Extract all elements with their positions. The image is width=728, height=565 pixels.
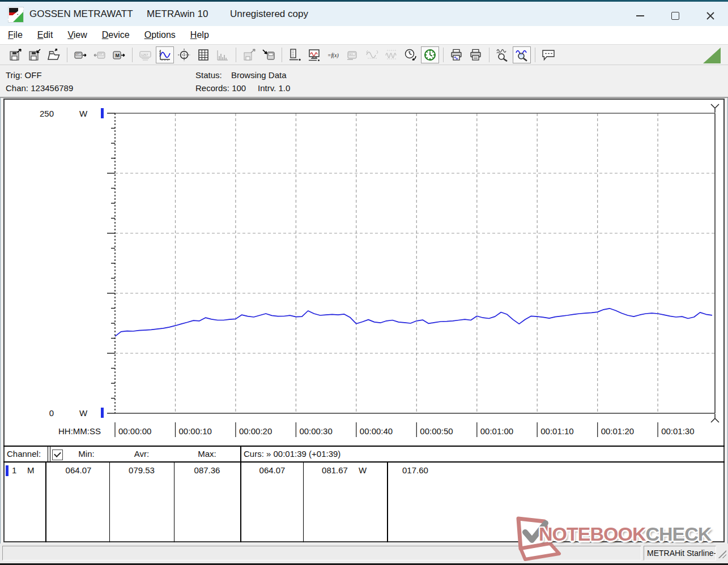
single-curve-button [363,46,381,63]
toolbar-separator [443,48,444,62]
x-tick-label: 00:00:40 [360,426,393,436]
header-divider-line [50,447,50,461]
channel-marker-bottom[interactable] [101,408,104,418]
cursor-delta-value: 017.60 [402,465,428,475]
acquisition-status-panel: Trig: OFF Chan: 123456789 Status: Browsi… [0,65,728,98]
svg-text:321: 321 [350,53,353,55]
cursor-b-unit: W [359,465,367,475]
transfer-button[interactable] [259,46,278,63]
channel-marker-top[interactable] [101,108,104,118]
header-divider-line [48,447,48,461]
menu-bar: FileEditViewDeviceOptionsHelp [0,26,728,44]
y-axis-unit-bottom: W [79,408,87,418]
open-file-button[interactable] [45,46,63,63]
floppy-export-icon [242,48,256,62]
interval-value: Intrv. 1.0 [258,83,290,93]
curve-view-button[interactable] [156,46,174,63]
clock-green-icon [423,48,437,62]
trigger-status: Trig: OFF [6,70,42,80]
app-window: GOSSEN METRAWATT METRAwin 10 Unregistere… [0,0,728,565]
zoom-waves-icon [496,48,509,62]
multi-curve-button [382,46,401,63]
printer-icon [469,48,483,62]
toolbar-separator [282,48,282,62]
table-column-line [303,463,304,542]
xy-view-button[interactable] [175,46,193,63]
read-memory-button[interactable]: M [110,46,128,63]
status-value: Browsing Data [231,70,287,80]
x-axis-format-label: HH:MM:SS [58,426,101,436]
svg-text:M: M [116,53,120,58]
formula-button[interactable]: =f(x) [325,46,343,63]
sine-single-icon [365,48,379,62]
stat-avr-value: 079.53 [109,465,174,475]
channel-list: Chan: 123456789 [6,83,73,93]
zoom-curve-button[interactable] [513,46,531,63]
status-label: Status: [195,70,222,80]
cursor-a-value: 064.07 [241,465,303,475]
save-file-button[interactable] [6,46,24,63]
app-logo-icon [8,7,24,23]
folder-open-icon [47,48,61,62]
toolbar-separator [132,48,133,62]
app-title: GOSSEN METRAWATT [29,8,133,20]
table-header-cursor: Curs: » 00:01:39 (+01:39) [244,449,340,459]
records-count: Records: 100 [195,83,246,93]
meter-display-button: 321 [344,46,362,63]
table-view-button[interactable] [194,46,212,63]
title-bar: GOSSEN METRAWATT METRAwin 10 Unregistere… [0,2,728,26]
maximize-button[interactable] [658,3,693,28]
toolbar-corner-indicator [703,48,721,63]
toolbar-separator [489,48,489,62]
time-mode-button[interactable]: 12 [402,46,420,63]
save-as-button[interactable] [25,46,44,63]
table-header-min: Min: [63,449,109,459]
stat-max-value: 087.36 [174,465,240,475]
sequence-button[interactable] [286,46,304,63]
x-tick-label: 00:01:30 [661,426,694,436]
menu-device[interactable]: Device [102,30,130,40]
toolbar-separator [535,48,535,62]
toolbar-separator [67,48,67,62]
read-device-button[interactable]: 321 [71,46,90,63]
sine-multi-icon [385,48,398,62]
channel-visible-checkbox[interactable] [52,450,63,460]
x-tick-label: 00:00:50 [420,426,453,436]
print-button[interactable] [467,46,485,63]
menu-help[interactable]: Help [190,30,209,40]
license-status: Unregistered copy [230,8,308,20]
watermark-text-check: CHECK [645,523,711,545]
histogram-icon [216,48,229,62]
x-tick-label: 00:00:30 [299,426,332,436]
table-column-line [387,463,388,542]
curve-icon [158,48,172,62]
floppy-in-icon [28,48,41,62]
menu-edit[interactable]: Edit [37,30,53,40]
close-button[interactable] [693,3,728,28]
callout-icon [542,48,555,62]
printer-wave-icon [450,48,463,62]
floppy-out-icon [8,48,22,62]
histogram-view-button [214,46,232,63]
zoom-all-button[interactable] [493,46,512,63]
stat-min-value: 064.07 [48,465,109,475]
transfer-in-icon [262,48,275,62]
y-axis-unit-top: W [79,109,87,118]
timer-button[interactable] [421,46,439,63]
print-graph-button[interactable] [448,46,466,63]
svg-text:321: 321 [76,53,80,55]
channel-row-marker [6,465,8,476]
menu-options[interactable]: Options [144,30,176,40]
table-header-avr: Avr: [109,449,174,459]
menu-file[interactable]: File [8,30,23,40]
monitor-button[interactable] [305,46,323,63]
annotation-button[interactable] [539,46,557,63]
y-axis-min-label: 0 [31,408,54,418]
product-title: METRAwin 10 [147,8,208,20]
minimize-button[interactable] [623,3,658,28]
memory-out-icon: M [112,48,126,62]
menu-view[interactable]: View [67,30,87,40]
x-tick-label: 00:01:20 [601,426,634,436]
table-header-channel: Channel: [7,449,41,459]
cursor-b-value: 081.67 [304,465,365,475]
